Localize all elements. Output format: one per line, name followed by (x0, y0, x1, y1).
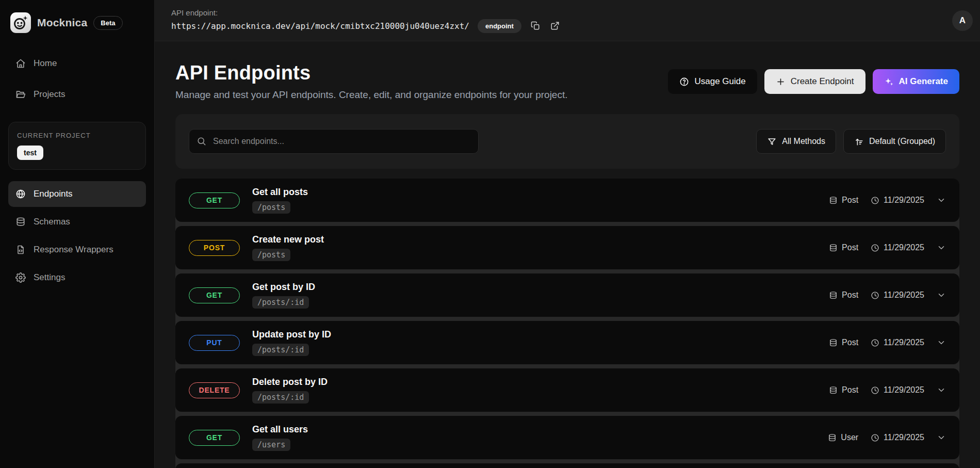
schema-name: Post (842, 338, 858, 347)
search-input[interactable] (189, 129, 479, 154)
endpoint-row[interactable]: PUT Update post by ID /posts/:id Post 11… (175, 321, 959, 364)
expand-row-button[interactable] (937, 196, 946, 205)
beta-badge: Beta (93, 16, 122, 30)
schema-name: Post (842, 291, 858, 300)
usage-guide-button[interactable]: Usage Guide (668, 69, 757, 94)
endpoint-row[interactable]: GET Get all posts /posts Post 11/29/2025 (175, 179, 959, 222)
date-meta: 11/29/2025 (871, 291, 924, 300)
endpoint-title: Get all posts (252, 187, 308, 198)
folder-icon (15, 89, 26, 100)
ai-generate-label: AI Generate (899, 76, 948, 87)
expand-row-button[interactable] (937, 338, 946, 347)
endpoint-list: GET Get all posts /posts Post 11/29/2025… (175, 179, 959, 468)
endpoint-date: 11/29/2025 (884, 196, 924, 205)
sidebar-item-settings[interactable]: Settings (8, 265, 146, 291)
date-meta: 11/29/2025 (871, 385, 924, 395)
method-badge: DELETE (189, 382, 240, 398)
create-endpoint-button[interactable]: Create Endpoint (764, 69, 865, 94)
file-code-icon (15, 245, 26, 255)
clock-icon (871, 433, 879, 442)
sidebar-item-response-wrappers[interactable]: Response Wrappers (8, 237, 146, 263)
method-filter-button[interactable]: All Methods (756, 129, 836, 154)
ai-generate-button[interactable]: AI Generate (873, 69, 959, 94)
copy-url-button[interactable] (530, 20, 541, 31)
expand-row-button[interactable] (937, 291, 946, 300)
endpoint-path: /users (252, 439, 290, 451)
expand-row-button[interactable] (937, 243, 946, 252)
sort-label: Default (Grouped) (869, 137, 935, 146)
database-icon (829, 196, 838, 205)
clock-icon (871, 291, 879, 300)
globe-icon (15, 189, 26, 199)
clock-icon (871, 338, 879, 347)
schema-name: Post (842, 243, 858, 252)
topbar: API endpoint: https://app.mocknica.dev/a… (155, 0, 980, 41)
endpoint-path: /posts/:id (252, 296, 309, 309)
external-link-icon (550, 21, 560, 30)
user-avatar[interactable]: A (952, 10, 973, 31)
header-actions: Usage Guide Create Endpoint AI Generate (668, 69, 959, 94)
schema-meta: Post (829, 196, 858, 205)
date-meta: 11/29/2025 (871, 196, 924, 205)
endpoint-title: Get post by ID (252, 282, 315, 293)
endpoint-date: 11/29/2025 (884, 243, 924, 252)
method-badge: POST (189, 240, 240, 256)
create-endpoint-label: Create Endpoint (791, 76, 854, 87)
copy-icon (531, 21, 540, 30)
method-badge: GET (189, 287, 240, 303)
schema-meta: Post (829, 243, 858, 252)
endpoint-date: 11/29/2025 (884, 385, 924, 395)
current-project-card: CURRENT PROJECT test (8, 122, 146, 170)
endpoints-toolbar: All Methods Default (Grouped) (175, 114, 959, 169)
sidebar-item-endpoints[interactable]: Endpoints (8, 181, 146, 207)
method-filter-label: All Methods (782, 137, 825, 146)
schema-meta: Post (829, 385, 858, 395)
page-subtitle: Manage and test your API endpoints. Crea… (175, 89, 567, 101)
clock-icon (871, 196, 879, 205)
sidebar-item-projects[interactable]: Projects (8, 82, 146, 107)
main-content: API Endpoints Manage and test your API e… (155, 41, 980, 468)
clock-icon (871, 244, 879, 252)
expand-row-button[interactable] (937, 433, 946, 442)
endpoint-title: Delete post by ID (252, 377, 328, 388)
endpoint-row[interactable]: GET Get all users /users User 11/29/2025 (175, 416, 959, 459)
endpoint-row[interactable]: DELETE Delete post by ID /posts/:id Post… (175, 368, 959, 412)
endpoint-path: /posts (252, 249, 290, 261)
search-icon (197, 136, 206, 146)
page-title: API Endpoints (175, 62, 567, 84)
endpoint-path: /posts/:id (252, 391, 309, 404)
endpoint-title: Update post by ID (252, 329, 331, 340)
usage-guide-label: Usage Guide (694, 76, 745, 87)
brand-name: Mocknica (37, 17, 87, 29)
date-meta: 11/29/2025 (871, 433, 924, 442)
endpoint-row-partial[interactable] (175, 463, 959, 468)
endpoint-date: 11/29/2025 (884, 433, 924, 442)
page-header: API Endpoints Manage and test your API e… (175, 62, 959, 101)
chevron-down-icon (937, 243, 946, 252)
sort-ascending-icon (854, 137, 864, 147)
endpoint-date: 11/29/2025 (884, 291, 924, 300)
endpoint-url-badge: endpoint (478, 19, 521, 33)
endpoint-row[interactable]: POST Create new post /posts Post 11/29/2… (175, 226, 959, 269)
database-icon (828, 433, 837, 442)
sidebar-item-label: Home (34, 58, 57, 69)
api-endpoint-url: https://app.mocknica.dev/api/mock/cmibtx… (171, 21, 469, 31)
endpoint-row[interactable]: GET Get post by ID /posts/:id Post 11/29… (175, 273, 959, 317)
sort-button[interactable]: Default (Grouped) (843, 129, 946, 154)
database-icon (829, 386, 838, 395)
current-project-chip[interactable]: test (17, 146, 43, 160)
sidebar-item-home[interactable]: Home (8, 51, 146, 76)
open-url-button[interactable] (549, 20, 561, 31)
sidebar-item-label: Response Wrappers (34, 245, 113, 255)
sidebar-item-label: Endpoints (34, 189, 73, 199)
sidebar-item-schemas[interactable]: Schemas (8, 209, 146, 235)
api-endpoint-label: API endpoint: (171, 8, 561, 17)
database-icon (829, 244, 838, 252)
clock-icon (871, 386, 879, 395)
expand-row-button[interactable] (937, 385, 946, 395)
schema-name: User (841, 433, 858, 442)
sparkles-icon (884, 77, 894, 87)
home-icon (15, 58, 26, 69)
filter-icon (767, 137, 777, 147)
gear-icon (15, 272, 26, 283)
